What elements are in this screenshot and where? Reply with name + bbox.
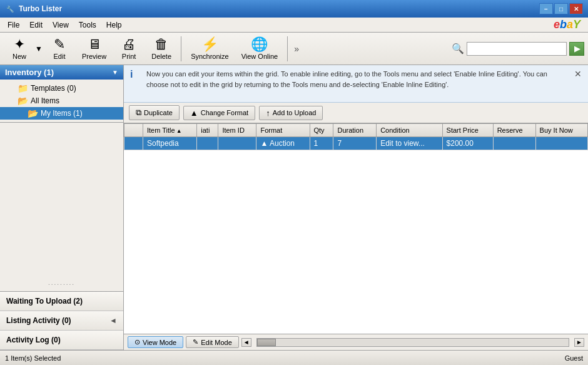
col-qty[interactable]: Qty [310,124,333,137]
toolbar-search: 🔍 ▶ [452,42,584,56]
col-title[interactable]: Item Title▲ [143,124,197,137]
new-dropdown-arrow[interactable]: ▼ [35,34,43,63]
action-bar: ⧉ Duplicate ▲ Change Format ↑ Add to Upl… [124,103,588,123]
inventory-section: Inventory (1) ▼ 📁 Templates (0) 📂 All It… [0,65,123,123]
col-condition[interactable]: Condition [377,124,442,137]
info-text: Now you can edit your items within the g… [146,69,569,90]
cell-buy-it-now[interactable] [535,137,587,150]
menu-view[interactable]: View [48,19,74,31]
table-row[interactable]: Softpedia▲ Auction17Edit to view...$200.… [124,137,588,150]
view-mode-button[interactable]: ⊙ View Mode [128,336,183,348]
edit-mode-label: Edit Mode [201,339,232,346]
scroll-right-arrow[interactable]: ► [574,338,584,347]
sidebar-footer: Waiting To Upload (2) Listing Activity (… [0,291,123,350]
cell-item-id[interactable] [218,137,256,150]
menu-file[interactable]: File [3,19,24,31]
col-start-price[interactable]: Start Price [442,124,493,137]
listing-activity-label: Listing Activity (0) [6,316,71,325]
table-header: Item Title▲ iati Item ID Format Qty Dura… [124,124,588,137]
preview-icon: 🖥 [88,38,101,51]
sidebar-dots: ......... [0,274,123,291]
window-controls: − □ ✕ [539,3,583,14]
col-duration[interactable]: Duration [333,124,377,137]
add-to-upload-button[interactable]: ↑ Add to Upload [259,106,323,120]
templates-item[interactable]: 📁 Templates (0) [0,82,123,95]
inventory-header[interactable]: Inventory (1) ▼ [0,65,123,80]
new-button-wrapper: ✦ New ▼ [4,34,43,63]
search-input[interactable] [467,42,567,56]
duplicate-label: Duplicate [144,109,173,116]
delete-button[interactable]: 🗑 Delete [146,34,177,63]
cell-reserve[interactable] [493,137,535,150]
view-mode-bar: ⊙ View Mode ✎ Edit Mode ◄ ► [124,334,588,350]
preview-button[interactable]: 🖥 Preview [76,34,112,63]
print-label: Print [122,53,136,60]
scroll-left-arrow[interactable]: ◄ [241,338,251,347]
search-go-button[interactable]: ▶ [569,42,584,56]
status-text: 1 Item(s) Selected [5,354,61,362]
minimize-button[interactable]: − [539,3,553,14]
synchronize-button[interactable]: ⚡ Synchronize [185,34,235,63]
ebay-logo: ebaY [554,18,580,31]
toolbar-separator-2 [287,36,288,61]
content-area: i Now you can edit your items within the… [124,65,588,350]
col-buy-it-now[interactable]: Buy It Now [535,124,587,137]
title-text: Turbo Lister [19,4,539,13]
scroll-thumb [257,339,276,346]
inventory-content: 📁 Templates (0) 📂 All Items 📂 My Items (… [0,80,123,122]
menu-tools[interactable]: Tools [74,19,101,31]
cell-duration[interactable]: 7 [333,137,377,150]
new-button[interactable]: ✦ New [4,34,35,63]
waiting-to-upload-item[interactable]: Waiting To Upload (2) [0,292,123,311]
cell-qty[interactable]: 1 [310,137,333,150]
view-mode-label: View Mode [143,339,176,346]
inventory-expand-arrow: ▼ [112,69,118,76]
main-layout: Inventory (1) ▼ 📁 Templates (0) 📂 All It… [0,65,588,350]
edit-button[interactable]: ✎ Edit [44,34,75,63]
app-icon: 🔧 [5,4,15,14]
waiting-to-upload-label: Waiting To Upload (2) [6,297,83,306]
col-iati[interactable]: iati [197,124,218,137]
user-text: Guest [565,354,583,362]
view-online-label: View Online [241,53,278,60]
col-reserve[interactable]: Reserve [493,124,535,137]
all-items-item[interactable]: 📂 All Items [0,95,123,107]
col-item-id[interactable]: Item ID [218,124,256,137]
table-body: Softpedia▲ Auction17Edit to view...$200.… [124,137,588,150]
cell-iati[interactable] [197,137,218,150]
duplicate-button[interactable]: ⧉ Duplicate [129,105,180,120]
cell-thumbnail[interactable] [124,137,143,150]
horizontal-scrollbar[interactable] [256,338,569,347]
my-items-item[interactable]: 📂 My Items (1) [0,107,123,120]
cell-condition[interactable]: Edit to view... [377,137,442,150]
activity-log-item[interactable]: Activity Log (0) [0,331,123,350]
inventory-header-label: Inventory (1) [5,68,54,77]
col-thumbnail[interactable] [124,124,143,137]
close-button[interactable]: ✕ [569,3,583,14]
cell-title[interactable]: Softpedia [143,137,197,150]
print-button[interactable]: 🖨 Print [113,34,144,63]
menu-edit[interactable]: Edit [24,19,48,31]
grid: Item Title▲ iati Item ID Format Qty Dura… [124,123,588,334]
menu-help[interactable]: Help [101,19,127,31]
info-close-button[interactable]: ✕ [574,69,582,79]
edit-mode-button[interactable]: ✎ Edit Mode [186,336,239,348]
my-items-label: My Items (1) [41,109,83,118]
listing-activity-item[interactable]: Listing Activity (0) ◄ [0,311,123,331]
sidebar: Inventory (1) ▼ 📁 Templates (0) 📂 All It… [0,65,124,350]
toolbar-separator-1 [181,36,181,61]
maximize-button[interactable]: □ [554,3,568,14]
duplicate-icon: ⧉ [136,108,141,118]
toolbar-overflow-chevrons[interactable]: » [291,44,302,54]
cell-format[interactable]: ▲ Auction [256,137,310,150]
view-online-button[interactable]: 🌐 View Online [236,34,284,63]
search-icon[interactable]: 🔍 [452,43,464,54]
delete-icon: 🗑 [155,38,168,51]
change-format-button[interactable]: ▲ Change Format [183,106,255,120]
edit-icon: ✎ [54,38,65,51]
cell-start-price[interactable]: $200.00 [442,137,493,150]
print-icon: 🖨 [122,38,136,51]
add-to-upload-icon: ↑ [266,108,270,118]
col-format[interactable]: Format [256,124,310,137]
activity-log-label: Activity Log (0) [6,336,61,344]
